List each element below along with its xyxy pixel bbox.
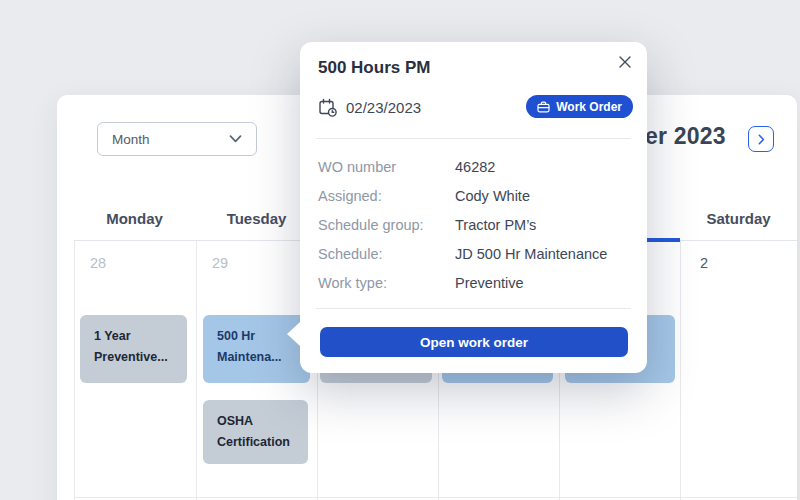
month-title: er 2023 (645, 123, 726, 150)
detail-row-schedule: Schedule: JD 500 Hr Maintenance (318, 239, 633, 268)
due-date: 02/23/2023 (318, 96, 421, 119)
badge-label: Work Order (556, 100, 622, 114)
day-header-tuesday: Tuesday (196, 210, 317, 227)
detail-row-assigned: Assigned: Cody White (318, 181, 633, 210)
event-chip-osha-certification[interactable]: OSHA Certification (203, 400, 308, 464)
detail-row-schedule-group: Schedule group: Tractor PM’s (318, 210, 633, 239)
detail-value: Cody White (455, 188, 530, 204)
detail-label: WO number (318, 159, 455, 175)
app-screen: Month er 2023 Monday Tuesday Wednesday T… (0, 0, 800, 500)
detail-row-work-type: Work type: Preventive (318, 268, 633, 297)
detail-row-wo-number: WO number 46282 (318, 152, 633, 181)
day-header-saturday: Saturday (680, 210, 797, 227)
open-work-order-button[interactable]: Open work order (320, 327, 628, 357)
event-chip-1-year-preventive[interactable]: 1 Year Preventive... (80, 315, 187, 383)
briefcase-icon (537, 101, 550, 113)
view-selector[interactable]: Month (97, 122, 257, 156)
event-chip-line1: OSHA (217, 411, 300, 432)
chevron-down-icon (229, 135, 242, 143)
work-order-popover: 500 Hours PM 02/23/2023 (300, 42, 647, 373)
event-chip-line2: Certification (217, 432, 300, 453)
next-month-button[interactable] (748, 126, 774, 152)
detail-value: JD 500 Hr Maintenance (455, 246, 607, 262)
event-chip-line2: Maintena... (217, 347, 302, 368)
event-chip-line1: 1 Year (94, 326, 179, 347)
date-number-28: 28 (90, 255, 106, 271)
detail-label: Schedule group: (318, 217, 455, 233)
detail-label: Assigned: (318, 188, 455, 204)
popover-tail (287, 322, 300, 346)
detail-label: Work type: (318, 275, 455, 291)
work-order-badge: Work Order (526, 95, 633, 118)
date-number-29: 29 (212, 255, 228, 271)
detail-value: 46282 (455, 159, 495, 175)
popover-divider (316, 308, 631, 309)
detail-value: Tractor PM’s (455, 217, 536, 233)
detail-label: Schedule: (318, 246, 455, 262)
work-order-details: WO number 46282 Assigned: Cody White Sch… (318, 152, 633, 297)
close-icon[interactable] (614, 51, 636, 73)
popover-title: 500 Hours PM (318, 58, 430, 78)
date-number-2: 2 (700, 255, 708, 271)
due-date-value: 02/23/2023 (346, 99, 421, 116)
popover-divider (316, 138, 631, 139)
view-selector-value: Month (112, 132, 150, 147)
event-chip-line2: Preventive... (94, 347, 179, 368)
grid-line (196, 241, 197, 500)
grid-line (74, 497, 797, 498)
calendar-clock-icon (318, 98, 338, 118)
chevron-right-icon (758, 134, 765, 145)
detail-value: Preventive (455, 275, 524, 291)
grid-line (74, 241, 75, 500)
grid-line (680, 241, 681, 500)
day-header-monday: Monday (74, 210, 195, 227)
